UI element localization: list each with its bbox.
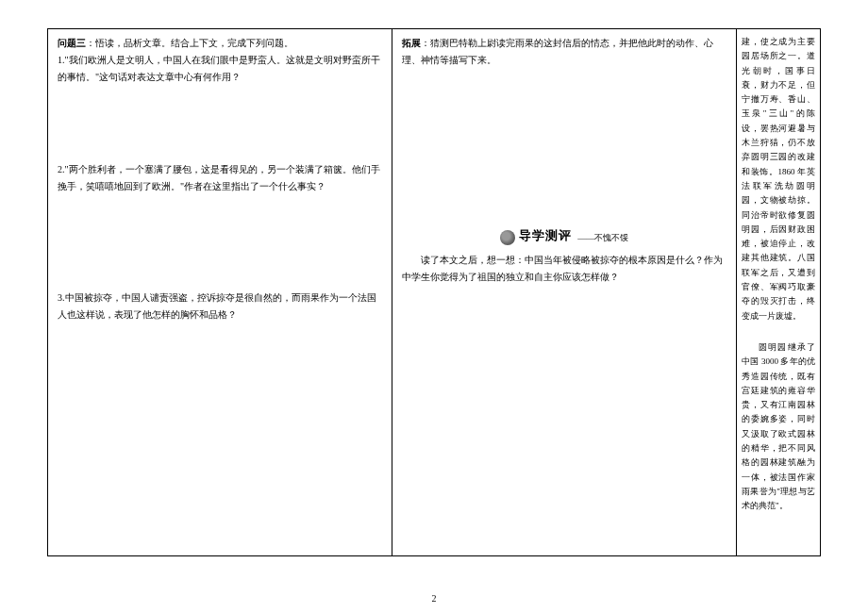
q2-block: 2."两个胜利者，一个塞满了腰包，这是看得见的，另一个装满了箱箧。他们手挽手，笑… <box>58 161 382 195</box>
question-three-block: 问题三：悟读，品析文章。结合上下文，完成下列问题。 1."我们欧洲人是文明人，中… <box>58 35 382 86</box>
q2-text: 2."两个胜利者，一个塞满了腰包，这是看得见的，另一个装满了箱箧。他们手挽手，笑… <box>58 161 382 195</box>
tuozhan-block: 拓展：猜测巴特勒上尉读完雨果的这封信后的情态，并把他此时的动作、心理、神情等描写… <box>402 35 726 69</box>
side-para-2: 圆明园继承了中国 3000 多年的优秀造园传统，既有宫廷建筑的雍容华贵，又有江南… <box>742 340 815 514</box>
page-number: 2 <box>432 593 437 604</box>
tuozhan-title: 拓展 <box>402 38 421 48</box>
right-column: 建，使之成为主要园居场所之一。道光朝时，国事日衰，财力不足，但宁撤万寿、香山、玉… <box>737 29 820 555</box>
eval-title: 导学测评 <box>519 228 572 242</box>
q1-text: 1."我们欧洲人是文明人，中国人在我们眼中是野蛮人。这就是文明对野蛮所干的事情。… <box>58 52 382 86</box>
q3-block: 3.中国被掠夺，中国人谴责强盗，控诉掠夺是很自然的，而雨果作为一个法国人也这样说… <box>58 290 382 323</box>
eval-logo-icon <box>500 230 515 245</box>
eval-header: 导学测评——不愧不馁 <box>402 224 726 246</box>
q3-intro: ：悟读，品析文章。结合上下文，完成下列问题。 <box>86 38 293 48</box>
q3-title: 问题三 <box>58 38 86 48</box>
eval-subtitle: ——不愧不馁 <box>577 233 628 242</box>
left-column: 问题三：悟读，品析文章。结合上下文，完成下列问题。 1."我们欧洲人是文明人，中… <box>48 29 392 555</box>
tuozhan-text: ：猜测巴特勒上尉读完雨果的这封信后的情态，并把他此时的动作、心理、神情等描写下来… <box>402 38 713 65</box>
side-para-1: 建，使之成为主要园居场所之一。道光朝时，国事日衰，财力不足，但宁撤万寿、香山、玉… <box>742 35 815 323</box>
eval-text: 读了本文之后，想一想：中国当年被侵略被掠夺的根本原因是什么？作为中学生你觉得为了… <box>402 252 726 286</box>
q3-text: 3.中国被掠夺，中国人谴责强盗，控诉掠夺是很自然的，而雨果作为一个法国人也这样说… <box>58 290 382 323</box>
middle-column: 拓展：猜测巴特勒上尉读完雨果的这封信后的情态，并把他此时的动作、心理、神情等描写… <box>392 29 737 555</box>
